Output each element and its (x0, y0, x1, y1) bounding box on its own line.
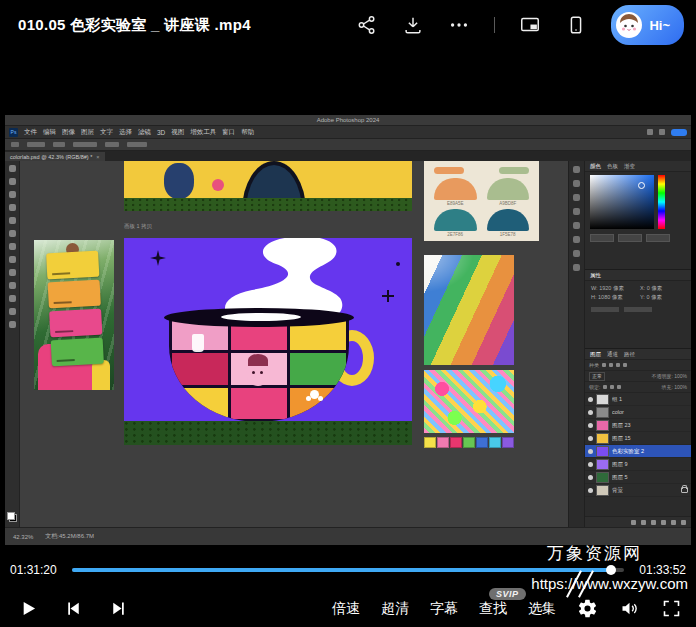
ps-toolbar (5, 161, 20, 528)
settings-gear-icon[interactable] (577, 598, 598, 619)
ps-workspace-icon (659, 129, 665, 135)
model-accent (92, 360, 110, 390)
visibility-icon (588, 423, 593, 428)
layer-row-selected: 色彩实验室 2 (585, 445, 691, 458)
palette-pill (434, 167, 464, 174)
document-info: 文档:45.2M/86.7M (45, 532, 94, 541)
layer-row: 图层 23 (585, 419, 691, 432)
video-player: 010.05 色彩实验室 _ 讲座课 .mp4 (0, 0, 696, 627)
swatch (463, 437, 475, 448)
ps-options-bar (5, 139, 691, 151)
hue-slider (658, 175, 665, 229)
color-panel: 颜色 色板 渐变 (585, 161, 691, 270)
tool-icon (9, 217, 16, 224)
watermark-site-name: 万象资源网 (547, 542, 642, 565)
doodle-face (246, 358, 270, 386)
avatar-label: Hi~ (649, 18, 670, 33)
ps-panels: 颜色 色板 渐变 属性 W: 1920 像素 (584, 161, 691, 528)
tab-swatches: 色板 (607, 163, 618, 170)
top-actions: Hi~ (356, 5, 684, 45)
blend-mode-select: 正常 (589, 372, 605, 381)
next-button[interactable] (108, 598, 129, 619)
tab-paths: 路径 (624, 351, 635, 358)
sparkle-plus (382, 290, 394, 302)
banner-figure (164, 163, 194, 199)
panel-icon (573, 264, 580, 271)
tool-option-block (53, 142, 65, 147)
tool-icon (9, 191, 16, 198)
visibility-icon (588, 475, 593, 480)
tool-icon (9, 295, 16, 302)
cup-rim (164, 308, 354, 327)
menu-window: 窗口 (222, 128, 235, 137)
foreground-background-swatch (7, 512, 17, 522)
account-button[interactable]: Hi~ (611, 5, 684, 45)
puzzle-piece (290, 353, 346, 384)
zoom-level: 42.32% (13, 534, 33, 540)
menu-help: 帮助 (241, 128, 254, 137)
artwork-cup-illustration (124, 238, 412, 445)
visibility-icon (588, 462, 593, 467)
puzzle-piece (172, 353, 228, 384)
prop-x: X: 0 像素 (640, 285, 685, 292)
layer-row: 图层 15 (585, 432, 691, 445)
tab-color: 颜色 (590, 163, 601, 170)
document-tab-label: colorlab.psd @ 42.3% (RGB/8#) * (10, 154, 92, 160)
panel-icon (573, 166, 580, 173)
menu-type: 文字 (100, 128, 113, 137)
tool-icon (9, 243, 16, 250)
tool-icon (9, 178, 16, 185)
speed-button[interactable]: 倍速 (332, 600, 360, 618)
layers-panel: 图层 通道 路径 种类 正常 不透明度: 100% (585, 349, 691, 528)
palette-swatch: A9BD8F (487, 178, 530, 206)
tab-close-icon: × (96, 154, 99, 160)
download-icon[interactable] (402, 14, 424, 36)
divider (494, 17, 495, 33)
progress-fill (72, 568, 611, 572)
share-icon[interactable] (356, 14, 378, 36)
play-button[interactable] (18, 598, 39, 619)
photoshop-screenshot: Adobe Photoshop 2024 Ps 文件 编辑 图像 图层 文字 选… (5, 115, 691, 545)
panel-icon (573, 208, 580, 215)
tool-icon (9, 308, 16, 315)
menu-3d: 3D (157, 129, 165, 136)
visibility-icon (588, 488, 593, 493)
current-time: 01:31:20 (10, 563, 64, 577)
panel-icon (573, 180, 580, 187)
tool-icon (9, 204, 16, 211)
watermark-url: https://www.wxzyw.com (531, 575, 688, 592)
progress-bar[interactable] (72, 568, 624, 572)
video-canvas[interactable]: Adobe Photoshop 2024 Ps 文件 编辑 图像 图层 文字 选… (0, 50, 696, 562)
grass-strip (124, 421, 412, 445)
tool-option-block (73, 142, 97, 147)
pip-icon[interactable] (519, 14, 541, 36)
color-swatch-strip (424, 437, 514, 448)
tool-option-block (127, 142, 147, 147)
tool-icon (9, 269, 16, 276)
avatar (615, 11, 643, 39)
fullscreen-icon[interactable] (661, 598, 682, 619)
search-button[interactable]: 查找 (479, 600, 507, 618)
mobile-view-icon[interactable] (565, 14, 587, 36)
tool-icon (9, 321, 16, 328)
artwork-palette-card: E89A5E A9BD8F 2E7F86 1F5E78 (424, 161, 539, 241)
more-icon[interactable] (448, 14, 470, 36)
tool-icon (9, 165, 16, 172)
panel-icon (573, 250, 580, 257)
ps-canvas: 画板 1 拷贝 (20, 161, 568, 528)
color-card (49, 309, 102, 338)
control-bar: 倍速 超清 字幕 查找 选集 (0, 590, 696, 627)
layer-row: 图层 5 (585, 471, 691, 484)
menu-layer: 图层 (81, 128, 94, 137)
doodle-glass (192, 334, 204, 352)
panel-icon (573, 236, 580, 243)
subtitles-button[interactable]: 字幕 (430, 600, 458, 618)
layer-row: 图层 9 (585, 458, 691, 471)
episodes-button[interactable]: 选集 (528, 600, 556, 618)
progress-knob[interactable] (606, 565, 616, 575)
quality-button[interactable]: 超清 (381, 600, 409, 618)
volume-icon[interactable] (619, 598, 640, 619)
menu-image: 图像 (62, 128, 75, 137)
properties-title: 属性 (590, 272, 601, 279)
previous-button[interactable] (63, 598, 84, 619)
